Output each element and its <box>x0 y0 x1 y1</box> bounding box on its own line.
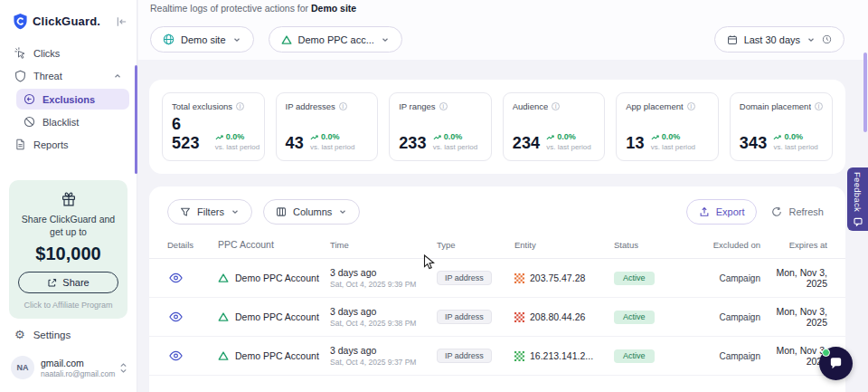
stat-label: IP addresses <box>286 101 335 111</box>
stat-period: vs. last period <box>773 144 817 151</box>
sidebar-item-label: Clicks <box>33 48 60 59</box>
chevron-down-icon <box>231 207 240 216</box>
row-excluded-on: Campaign <box>704 312 760 322</box>
view-details-icon[interactable] <box>167 311 183 322</box>
site-selector-label: Demo site <box>181 34 226 45</box>
trend-up-icon <box>546 134 554 141</box>
row-entity: 16.213.141.2... <box>530 350 593 361</box>
export-button[interactable]: Export <box>686 199 758 225</box>
stat-label: Audience <box>513 101 549 111</box>
filters-button[interactable]: Filters <box>167 199 252 225</box>
filters-button-label: Filters <box>197 206 224 217</box>
site-selector[interactable]: Demo site <box>150 26 254 53</box>
status-badge: Active <box>614 272 655 285</box>
columns-button-label: Columns <box>293 206 332 217</box>
stat-value: 43 <box>286 134 304 153</box>
stat-change: 0.0% <box>321 133 340 141</box>
view-details-icon[interactable] <box>167 350 183 361</box>
stat-label: App placement <box>626 101 683 111</box>
table-row[interactable]: Demo PPC Account 3 days agoSat, Oct 4, 2… <box>149 259 845 298</box>
stat-value: 233 <box>399 134 427 153</box>
stat-label: Total exclusions <box>172 101 232 111</box>
app-window: ClickGuard. Clicks Threat <box>0 0 868 392</box>
collapse-sidebar-icon[interactable] <box>116 16 127 27</box>
stat-value: 6 523 <box>172 115 209 153</box>
topbar: Realtime logs of protective actions for … <box>138 0 868 60</box>
refresh-button-label: Refresh <box>788 206 824 217</box>
brand-name: ClickGuard. <box>33 14 100 28</box>
col-header-status: Status <box>614 240 704 250</box>
sidebar-item-settings[interactable]: ⚙ Settings <box>0 320 137 349</box>
row-entity: 208.80.44.26 <box>530 311 585 322</box>
sidebar-item-exclusions[interactable]: Exclusions <box>16 89 129 110</box>
trend-up-icon <box>215 134 223 141</box>
clickguard-logo-icon <box>13 13 28 30</box>
view-details-icon[interactable] <box>167 272 183 283</box>
stat-value: 343 <box>740 134 768 153</box>
info-icon[interactable]: i <box>339 102 347 110</box>
col-header-account: PPC Account <box>218 239 330 250</box>
row-time-relative: 3 days ago <box>330 267 437 278</box>
google-ads-icon <box>218 350 229 361</box>
feedback-tab-label: Feedback <box>853 172 863 212</box>
table-row[interactable]: Demo PPC Account 3 days agoSat, Oct 4, 2… <box>149 298 845 337</box>
sidebar-nav: Clicks Threat Exclusions <box>0 41 137 157</box>
online-status-dot <box>822 349 830 357</box>
info-icon[interactable]: i <box>687 102 695 110</box>
info-icon[interactable]: i <box>439 102 448 110</box>
logs-table-panel: Filters Columns Export Refres <box>149 186 845 392</box>
share-icon <box>47 278 57 288</box>
exclusions-icon <box>24 93 35 105</box>
row-excluded-on: Campaign <box>704 273 760 283</box>
table-row[interactable]: Demo PPC Account 3 days agoSat, Oct 4, 2… <box>149 337 845 376</box>
entity-identicon <box>514 312 524 322</box>
status-badge: Active <box>614 311 655 324</box>
trend-up-icon <box>310 134 318 141</box>
page-title-site: Demo site <box>311 3 356 14</box>
columns-button[interactable]: Columns <box>263 199 360 225</box>
sidebar-item-blacklist[interactable]: Blacklist <box>16 111 129 132</box>
sidebar-item-threat[interactable]: Threat <box>7 65 129 87</box>
affiliate-link[interactable]: Click to Affiliate Program <box>18 301 118 310</box>
stat-value: 234 <box>513 134 541 153</box>
entity-identicon <box>514 351 524 361</box>
share-button[interactable]: Share <box>18 272 118 293</box>
row-time-relative: 3 days ago <box>330 306 437 317</box>
row-time-absolute: Sat, Oct 4, 2025 9:37 PM <box>330 358 437 367</box>
trend-up-icon <box>773 134 781 141</box>
col-header-excluded-on: Excluded on <box>704 240 760 250</box>
col-header-type: Type <box>437 240 514 250</box>
col-header-details: Details <box>167 240 218 250</box>
avatar: NA <box>11 356 34 379</box>
stat-period: vs. last period <box>651 144 695 151</box>
ppc-account-selector[interactable]: Demo PPC acc... <box>269 26 402 53</box>
sidebar-item-clicks[interactable]: Clicks <box>7 43 129 63</box>
type-badge: IP address <box>437 271 492 285</box>
refresh-icon <box>771 206 782 217</box>
sidebar-scrollbar[interactable] <box>135 65 137 174</box>
stat-period: vs. last period <box>433 144 477 151</box>
info-icon[interactable]: i <box>552 102 560 110</box>
chevron-down-icon <box>807 35 816 44</box>
page-title: Realtime logs of protective actions for … <box>150 3 356 14</box>
info-icon[interactable]: i <box>815 102 823 110</box>
sidebar-item-label: Blacklist <box>42 117 79 128</box>
blacklist-icon <box>24 116 35 128</box>
ppc-account-selector-label: Demo PPC acc... <box>298 34 374 45</box>
globe-icon <box>163 33 175 45</box>
export-icon <box>699 206 710 217</box>
row-account: Demo PPC Account <box>235 311 319 322</box>
google-ads-icon <box>281 34 292 45</box>
chat-bubble-icon <box>828 356 844 371</box>
sidebar-item-reports[interactable]: Reports <box>7 134 129 155</box>
chat-launcher-button[interactable] <box>819 347 853 380</box>
account-switcher[interactable]: NA gmail.com naatali.ro@gmail.com <box>0 349 137 392</box>
chevron-down-icon <box>232 35 241 44</box>
feedback-tab[interactable]: Feedback <box>847 167 868 231</box>
refresh-button[interactable]: Refresh <box>768 199 827 225</box>
date-range-selector[interactable]: Last 30 days <box>714 26 844 53</box>
status-badge: Active <box>614 349 655 363</box>
info-icon[interactable]: i <box>236 102 244 110</box>
affiliate-promo-card: Share ClickGuard and get up to $10,000 S… <box>9 180 127 319</box>
page-scrollbar[interactable] <box>863 53 867 132</box>
